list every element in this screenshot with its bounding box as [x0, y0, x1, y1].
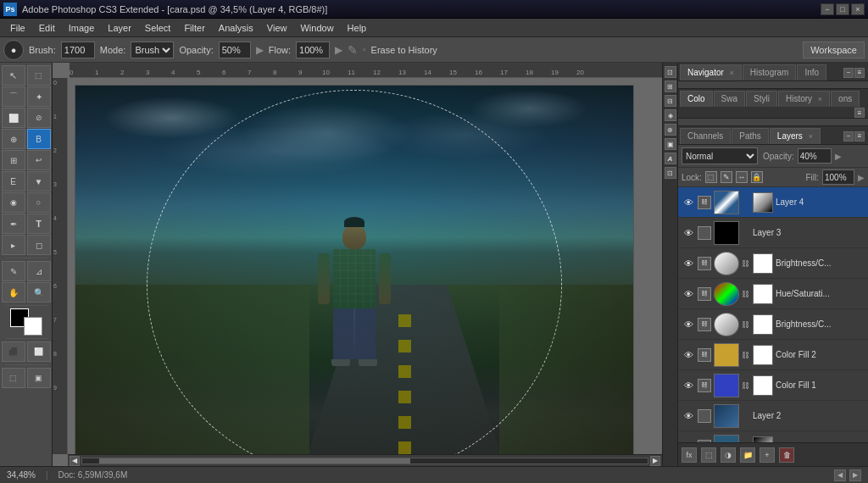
- layer-row-layer3[interactable]: 👁 Layer 3: [678, 218, 868, 248]
- layer3-visibility-toggle[interactable]: 👁: [682, 226, 695, 240]
- lock-all-btn[interactable]: 🔒: [751, 171, 763, 183]
- hand-tool[interactable]: ✋: [2, 282, 25, 303]
- strip-icon-4[interactable]: ◈: [665, 109, 676, 121]
- tab-info[interactable]: Info: [797, 64, 826, 80]
- tab-actions[interactable]: ons: [831, 91, 860, 107]
- tab-histogram[interactable]: Histogram: [743, 64, 797, 80]
- menu-analysis[interactable]: Analysis: [212, 21, 260, 35]
- shape-tool[interactable]: ◻: [27, 235, 51, 255]
- standard-screen-mode[interactable]: ⬚: [2, 368, 25, 388]
- pen-tool[interactable]: ✒: [2, 214, 25, 234]
- layer-row-colorfill2[interactable]: 👁 ⛓ ⛓ Color Fill 2: [678, 340, 868, 370]
- zoom-tool[interactable]: 🔍: [27, 282, 51, 303]
- layer-fx-btn[interactable]: fx: [682, 447, 697, 463]
- type-tool[interactable]: T: [27, 214, 51, 234]
- fill-input[interactable]: [822, 169, 854, 185]
- menu-select[interactable]: Select: [138, 21, 178, 35]
- horizontal-scrollbar[interactable]: ◀ ▶: [68, 454, 662, 466]
- layers-menu-btn[interactable]: ≡: [854, 131, 865, 142]
- layer-row-colorfill1[interactable]: 👁 ⛓ ⛓ Color Fill 1: [678, 370, 868, 401]
- colorfill2-visibility-toggle[interactable]: 👁: [682, 348, 695, 362]
- quick-mask-on[interactable]: ⬜: [27, 341, 51, 362]
- top-panel-menu-btn[interactable]: ≡: [854, 68, 865, 78]
- layer-mask-btn[interactable]: ⬚: [701, 447, 716, 463]
- selection-tool[interactable]: ⬚: [27, 65, 51, 86]
- brush-tool[interactable]: B: [27, 129, 51, 149]
- tab-history[interactable]: History ×: [778, 91, 830, 107]
- strip-icon-6[interactable]: ▣: [665, 138, 676, 150]
- layers-collapse-btn[interactable]: −: [843, 131, 854, 142]
- menu-help[interactable]: Help: [341, 21, 374, 35]
- magic-wand-tool[interactable]: ✦: [27, 86, 51, 107]
- scroll-left-btn[interactable]: ◀: [70, 456, 80, 466]
- tab-swatches[interactable]: Swa: [714, 91, 745, 107]
- strip-icon-5[interactable]: ⊕: [665, 124, 676, 136]
- opacity-arrow[interactable]: ▶: [835, 152, 842, 161]
- blend-mode-select[interactable]: Normal: [682, 147, 758, 164]
- layer4-link-icon[interactable]: ⛓: [698, 196, 711, 209]
- lock-image-btn[interactable]: ✎: [721, 171, 732, 183]
- opacity-input[interactable]: [798, 148, 832, 164]
- strip-icon-text[interactable]: A: [665, 153, 676, 164]
- workspace-button[interactable]: Workspace: [803, 42, 865, 58]
- menu-window[interactable]: Window: [293, 21, 340, 35]
- hue-link-icon[interactable]: ⛓: [698, 287, 711, 301]
- brightness1-link-icon[interactable]: ⛓: [698, 257, 711, 270]
- lasso-tool[interactable]: ⌒: [2, 86, 25, 107]
- color-selector[interactable]: [10, 308, 42, 336]
- layer-row-hue[interactable]: 👁 ⛓ ⛓ Hue/Saturati...: [678, 279, 868, 309]
- top-panel-collapse-btn[interactable]: −: [843, 68, 854, 78]
- flow-input[interactable]: [296, 42, 330, 58]
- opacity-input[interactable]: [219, 42, 251, 58]
- layer-group-btn[interactable]: 📁: [740, 447, 755, 463]
- menu-layer[interactable]: Layer: [101, 21, 138, 35]
- menu-view[interactable]: View: [260, 21, 294, 35]
- healing-tool[interactable]: ⊕: [2, 129, 25, 149]
- layer-row-brightness1[interactable]: 👁 ⛓ ⛓ Brightness/C...: [678, 248, 868, 279]
- stamp-tool[interactable]: ⊞: [2, 150, 25, 170]
- crop-tool[interactable]: ⬜: [2, 108, 25, 128]
- history-close-icon[interactable]: ×: [818, 95, 822, 103]
- layer-row-layer2[interactable]: 👁 Layer 2: [678, 401, 868, 431]
- layer-row-layer1[interactable]: 👁 Layer 1: [678, 431, 868, 442]
- move-tool[interactable]: ↖: [2, 65, 25, 86]
- brush-size-input[interactable]: [61, 42, 95, 58]
- lock-transparent-btn[interactable]: ⬚: [705, 171, 717, 183]
- tab-channels[interactable]: Channels: [680, 128, 731, 144]
- layer-new-btn[interactable]: +: [760, 447, 775, 463]
- frame-fwd-btn[interactable]: ▶: [849, 469, 861, 481]
- mid-panel-menu-btn[interactable]: ≡: [854, 108, 865, 118]
- layer-delete-btn[interactable]: 🗑: [779, 447, 794, 463]
- layers-close-icon[interactable]: ×: [809, 132, 813, 141]
- tab-paths[interactable]: Paths: [732, 128, 769, 144]
- brightness1-visibility-toggle[interactable]: 👁: [682, 257, 695, 270]
- close-button[interactable]: ×: [851, 3, 865, 15]
- layer2-visibility-toggle[interactable]: 👁: [682, 409, 695, 423]
- photo-canvas[interactable]: [75, 85, 634, 454]
- slice-tool[interactable]: ⊘: [27, 108, 51, 128]
- strip-icon-3[interactable]: ⊟: [665, 95, 676, 107]
- menu-edit[interactable]: Edit: [32, 21, 62, 35]
- brightness2-visibility-toggle[interactable]: 👁: [682, 318, 695, 331]
- eyedropper-tool[interactable]: ⊿: [27, 261, 51, 281]
- colorfill1-visibility-toggle[interactable]: 👁: [682, 379, 695, 392]
- scrollbar-thumb[interactable]: [99, 458, 410, 464]
- menu-filter[interactable]: Filter: [177, 21, 211, 35]
- history-brush-tool[interactable]: ↩: [27, 150, 51, 170]
- eraser-tool[interactable]: E: [2, 171, 25, 192]
- dodge-tool[interactable]: ○: [27, 192, 51, 213]
- navigator-close-icon[interactable]: ×: [730, 69, 734, 77]
- scroll-right-btn[interactable]: ▶: [650, 456, 660, 466]
- blur-tool[interactable]: ◉: [2, 192, 25, 213]
- colorfill2-link-icon[interactable]: ⛓: [698, 348, 711, 362]
- mode-select[interactable]: Brush: [131, 42, 174, 58]
- minimize-button[interactable]: −: [821, 3, 834, 15]
- strip-icon-2[interactable]: ⊞: [665, 80, 676, 92]
- fill-arrow[interactable]: ▶: [858, 173, 865, 182]
- brush-preview[interactable]: ●: [3, 40, 24, 60]
- tab-color[interactable]: Colo: [680, 91, 713, 107]
- quick-mask-off[interactable]: ⬛: [2, 341, 25, 362]
- frame-back-btn[interactable]: ◀: [834, 469, 846, 481]
- hue-visibility-toggle[interactable]: 👁: [682, 287, 695, 301]
- airbrush-icon[interactable]: ✎: [348, 43, 358, 57]
